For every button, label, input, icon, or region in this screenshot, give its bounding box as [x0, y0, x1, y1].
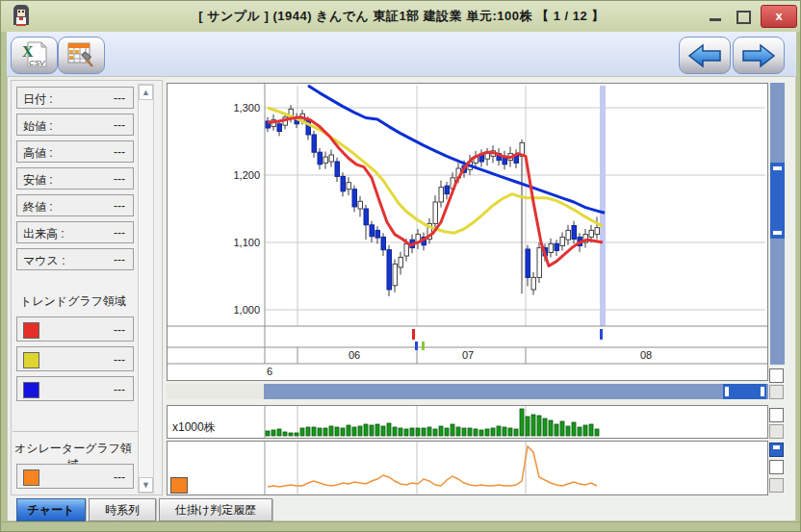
svg-text:07: 07 [462, 349, 474, 361]
svg-text:08: 08 [640, 349, 652, 361]
yellow-swatch [23, 352, 39, 368]
sidebar-divider [13, 431, 138, 432]
svg-text:6: 6 [267, 366, 272, 377]
horizontal-scrollbar[interactable] [264, 384, 768, 399]
volume-unit-label: x1000株 [172, 419, 216, 436]
window-footer [1, 521, 801, 532]
oscillator-checkbox-selected[interactable] [769, 443, 784, 457]
trend-legend-red: --- [16, 317, 134, 342]
svg-text:06: 06 [349, 349, 360, 361]
judgement-table-button[interactable] [58, 37, 105, 74]
export-csv-button[interactable]: X CSV [11, 37, 58, 74]
tab-chart[interactable]: チャート [16, 498, 86, 521]
svg-text:1,200: 1,200 [233, 169, 260, 181]
main-chart-checkbox-1[interactable] [769, 368, 784, 383]
trend-section-header: トレンドグラフ領域 [11, 293, 136, 310]
candlestick-chart[interactable]: 1,3001,2001,1001,0000607086 [168, 84, 767, 380]
trend-legend-blue: --- [16, 376, 134, 401]
horizontal-scrollbar-thumb[interactable] [723, 384, 766, 399]
close-button[interactable]: x [761, 5, 797, 28]
volume-chart [168, 406, 767, 438]
field-volume: 出来高 :--- [16, 221, 134, 243]
oscillator-legend-orange: --- [16, 464, 134, 489]
price-chart-panel[interactable]: 1,3001,2001,1001,0000607086 [167, 83, 768, 381]
field-high: 高値 :--- [16, 140, 134, 163]
field-date: 日付 :--- [16, 87, 134, 109]
orange-swatch [23, 469, 39, 486]
field-mouse: マウス :--- [16, 248, 134, 270]
oscillator-panel[interactable] [167, 441, 768, 495]
main-chart-checkbox-2[interactable] [769, 385, 784, 399]
svg-text:CSV: CSV [29, 59, 45, 67]
app-window: [ サンプル ] (1944) きんでん 東証1部 建設業 単元:100株 【 … [0, 0, 801, 532]
field-low: 安値 :--- [16, 167, 134, 190]
arrow-left-icon [687, 43, 722, 68]
svg-text:X: X [22, 43, 34, 60]
blue-swatch [23, 382, 39, 398]
volume-checkbox-1[interactable] [769, 408, 784, 422]
volume-checkbox-2[interactable] [769, 424, 784, 439]
next-chart-button[interactable] [733, 37, 785, 74]
sidebar-scrollbar[interactable]: ▲ ▼ [138, 84, 154, 494]
oscillator-checkbox-2[interactable] [769, 460, 784, 474]
scroll-down-icon[interactable]: ▼ [139, 477, 153, 493]
scroll-up-icon[interactable]: ▲ [139, 85, 153, 100]
vertical-scrollbar[interactable] [770, 83, 785, 365]
volume-panel[interactable]: x1000株 [167, 405, 768, 439]
vertical-scrollbar-thumb[interactable] [770, 163, 785, 239]
maximize-button[interactable] [736, 11, 751, 24]
trend-legend-yellow: --- [16, 346, 134, 371]
svg-text:1,000: 1,000 [233, 304, 260, 316]
red-swatch [23, 322, 39, 339]
svg-text:1,300: 1,300 [233, 102, 260, 114]
field-close: 終値 :--- [16, 194, 134, 216]
calendar-hammer-icon [66, 41, 95, 68]
toolbar: X CSV [7, 32, 796, 77]
arrow-right-icon [741, 43, 776, 68]
oscillator-legend-icon [170, 477, 188, 494]
oscillator-chart [168, 442, 767, 494]
oscillator-checkbox-3[interactable] [769, 478, 784, 493]
prev-chart-button[interactable] [679, 37, 731, 74]
field-open: 始値 :--- [16, 114, 134, 136]
svg-text:1,100: 1,100 [233, 237, 260, 248]
title-bar[interactable]: [ サンプル ] (1944) きんでん 東証1部 建設業 単元:100株 【 … [1, 1, 801, 32]
tab-timeseries[interactable]: 時系列 [89, 498, 156, 521]
tab-trade-history[interactable]: 仕掛け判定履歴 [159, 498, 272, 521]
minimize-button[interactable] [710, 18, 721, 21]
excel-csv-icon: X CSV [19, 41, 48, 68]
window-title: [ サンプル ] (1944) きんでん 東証1部 建設業 単元:100株 【 … [1, 8, 801, 25]
horizontal-scrollbar-track [167, 384, 768, 399]
